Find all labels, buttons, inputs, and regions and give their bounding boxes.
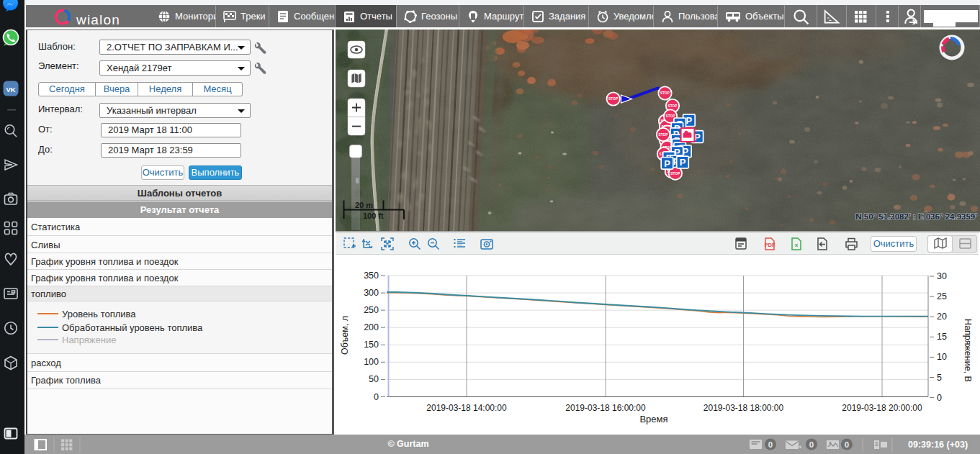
svg-text:100 ft: 100 ft xyxy=(363,212,384,220)
svg-text:2019-03-18 16:00:00: 2019-03-18 16:00:00 xyxy=(565,403,646,413)
svg-text:0: 0 xyxy=(374,392,379,402)
svg-text:Время: Время xyxy=(639,414,667,425)
svg-text:STOP: STOP xyxy=(665,114,675,118)
svg-text:Напряжение, В: Напряжение, В xyxy=(963,319,973,382)
svg-text:P: P xyxy=(686,115,693,126)
svg-text:350: 350 xyxy=(364,271,379,281)
svg-text:N 50° 51.3082' : E 036° 24.935: N 50° 51.3082' : E 036° 24.9359' xyxy=(855,212,977,221)
svg-text:2019-03-18 20:00:00: 2019-03-18 20:00:00 xyxy=(842,403,922,413)
svg-text:STOP: STOP xyxy=(658,133,667,137)
svg-text:0: 0 xyxy=(937,393,942,403)
svg-text:2019-03-18 18:00:00: 2019-03-18 18:00:00 xyxy=(703,403,784,413)
svg-text:STOP: STOP xyxy=(667,104,677,108)
svg-text:0: 0 xyxy=(845,440,849,449)
svg-text:25: 25 xyxy=(937,291,947,301)
svg-text:20 m: 20 m xyxy=(355,201,373,209)
svg-text:200: 200 xyxy=(364,322,379,332)
svg-text:P: P xyxy=(664,158,670,169)
svg-text:wialon: wialon xyxy=(76,12,120,27)
svg-text:20: 20 xyxy=(937,312,947,322)
svg-text:30: 30 xyxy=(937,271,947,281)
svg-text:10: 10 xyxy=(937,352,947,362)
svg-text:0: 0 xyxy=(768,440,773,449)
svg-text:100: 100 xyxy=(364,357,379,367)
svg-text:09:39:16 (+03): 09:39:16 (+03) xyxy=(908,440,968,450)
svg-text:2019-03-18 14:00:00: 2019-03-18 14:00:00 xyxy=(426,403,507,413)
svg-text:STOP: STOP xyxy=(670,172,680,176)
svg-text:Объем, л: Объем, л xyxy=(340,316,350,355)
svg-text:150: 150 xyxy=(364,340,379,350)
svg-text:250: 250 xyxy=(364,305,379,315)
svg-text:50: 50 xyxy=(369,374,379,384)
svg-text:P: P xyxy=(680,157,686,168)
svg-text:300: 300 xyxy=(364,288,379,298)
svg-text:15: 15 xyxy=(937,332,947,342)
svg-text:VK: VK xyxy=(6,86,15,94)
svg-text:0: 0 xyxy=(809,440,814,449)
svg-text:STOP: STOP xyxy=(660,91,670,95)
svg-text:STOP: STOP xyxy=(608,97,618,101)
svg-text:5: 5 xyxy=(937,373,942,383)
